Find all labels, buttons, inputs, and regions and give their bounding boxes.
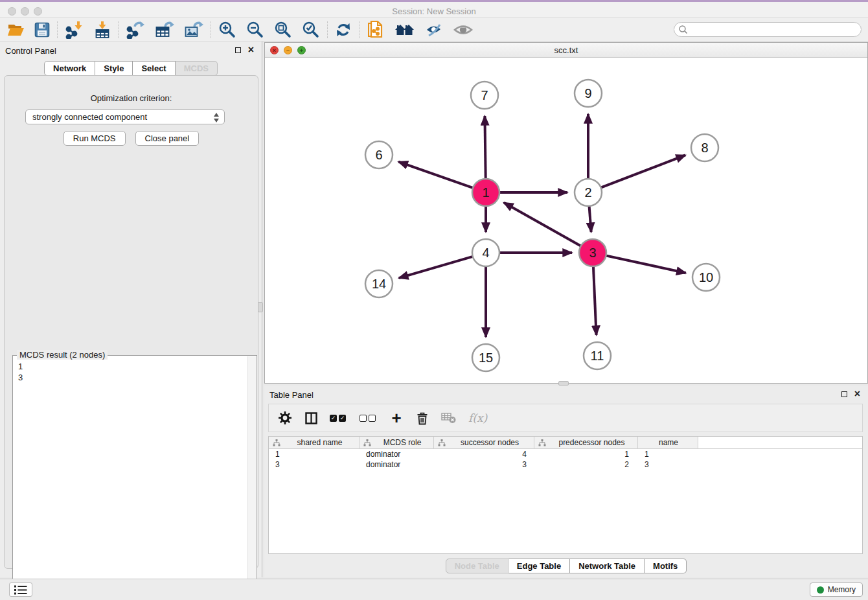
run-mcds-button[interactable]: Run MCDS — [63, 131, 126, 146]
graph-edge-2-8[interactable] — [591, 155, 685, 191]
search-box[interactable] — [674, 22, 862, 37]
float-panel-icon[interactable] — [235, 47, 241, 53]
mcds-result-line: 3 — [18, 372, 257, 383]
graph-edge-1-6[interactable] — [398, 162, 483, 192]
table-header-row: shared name MCDS role successor nodes pr… — [269, 437, 862, 449]
select-value: strongly connected component — [32, 112, 147, 122]
graph-node-label: 7 — [481, 88, 488, 102]
graph-edge-3-1[interactable] — [504, 203, 591, 251]
network-view-title: scc.txt — [265, 45, 867, 55]
table-row[interactable]: 1 dominator 4 1 1 — [269, 449, 862, 459]
import-table-icon[interactable] — [94, 21, 111, 39]
float-table-panel-icon[interactable] — [841, 391, 847, 397]
application-window: Session: New Session — [0, 0, 868, 600]
import-network-icon[interactable] — [65, 21, 84, 39]
optimization-criterion-select[interactable]: strongly connected component — [25, 110, 225, 124]
column-header-name[interactable]: name — [638, 437, 698, 448]
search-input[interactable] — [689, 24, 861, 36]
mcds-panel: Optimization criterion: strongly connect… — [4, 75, 258, 569]
tab-network[interactable]: Network — [44, 61, 95, 76]
column-panel-icon[interactable] — [304, 412, 318, 424]
vertical-splitter-grip[interactable] — [258, 302, 263, 312]
main-toolbar — [0, 18, 868, 41]
save-session-icon[interactable] — [34, 22, 50, 38]
column-header-predecessor-nodes[interactable]: predecessor nodes — [534, 437, 638, 448]
table-row[interactable]: 3 dominator 3 2 3 — [269, 459, 862, 470]
memory-label: Memory — [828, 585, 856, 594]
tab-network-table[interactable]: Network Table — [570, 559, 645, 573]
export-image-icon[interactable] — [184, 21, 203, 39]
graph-node-label: 11 — [591, 349, 604, 363]
zoom-in-icon[interactable] — [218, 21, 236, 38]
mcds-result-title: MCDS result (2 nodes) — [17, 350, 108, 360]
graph-node-label: 6 — [375, 148, 382, 162]
graph-edge-3-10[interactable] — [595, 253, 686, 273]
open-file-icon[interactable] — [7, 22, 25, 38]
tab-select[interactable]: Select — [133, 61, 175, 76]
graph-node-label: 8 — [701, 141, 708, 155]
result-scrollbar[interactable] — [247, 356, 256, 598]
column-header-successor-nodes[interactable]: successor nodes — [434, 437, 534, 448]
horizontal-splitter-grip[interactable] — [558, 381, 569, 386]
status-bar: Memory — [0, 579, 868, 600]
zoom-fit-icon[interactable] — [274, 21, 292, 38]
tab-mcds[interactable]: MCDS — [176, 61, 218, 76]
table-toolbar: ✓✓ + — [268, 404, 863, 432]
title-bar: Session: New Session — [0, 0, 868, 18]
table-panel-title: Table Panel — [269, 390, 314, 400]
export-table-icon[interactable] — [155, 21, 174, 39]
list-icon — [14, 585, 27, 595]
deselect-all-icon[interactable] — [360, 415, 378, 422]
network-window-titlebar[interactable]: × − + scc.txt — [265, 43, 867, 58]
close-panel-icon[interactable]: × — [248, 43, 254, 56]
close-panel-button[interactable]: Close panel — [135, 131, 200, 146]
attribute-icon — [538, 439, 546, 446]
graph-node-label: 14 — [372, 277, 386, 291]
close-table-panel-icon[interactable]: × — [854, 387, 860, 400]
refresh-view-icon[interactable] — [335, 22, 352, 38]
level-of-detail-eye-icon[interactable] — [453, 23, 474, 37]
column-header-mcds-role[interactable]: MCDS role — [360, 437, 434, 448]
delete-table-icon[interactable] — [441, 412, 457, 424]
zoom-out-icon[interactable] — [246, 21, 264, 38]
hide-selection-eye-icon[interactable] — [425, 22, 443, 38]
export-network-icon[interactable] — [126, 21, 145, 39]
delete-row-trash-icon[interactable] — [415, 411, 429, 425]
zoom-selected-icon[interactable] — [302, 21, 320, 38]
attribute-icon — [363, 439, 371, 446]
graph-node-label: 2 — [584, 185, 591, 200]
attribute-icon — [273, 439, 280, 446]
graph-node-label: 10 — [699, 270, 713, 284]
graph-edge-3-11[interactable] — [593, 255, 596, 335]
table-settings-gear-icon[interactable] — [278, 411, 292, 425]
node-table: shared name MCDS role successor nodes pr… — [268, 436, 863, 554]
graph-node-label: 4 — [482, 246, 489, 260]
task-history-button[interactable] — [9, 583, 32, 597]
control-panel: Control Panel × Network Style Select MCD… — [0, 41, 262, 577]
function-builder-icon[interactable]: f(x) — [468, 411, 487, 424]
tab-edge-table[interactable]: Edge Table — [508, 559, 570, 573]
tab-motifs[interactable]: Motifs — [645, 559, 687, 573]
network-graph[interactable]: 1234678910111415 — [265, 58, 867, 383]
new-network-from-selection-icon[interactable] — [367, 20, 385, 40]
graph-node-label: 15 — [479, 351, 493, 365]
control-panel-title: Control Panel — [5, 46, 56, 56]
reset-home-icon[interactable] — [394, 22, 415, 38]
header-filler — [698, 437, 862, 448]
graph-node-label: 9 — [584, 86, 591, 100]
memory-button[interactable]: Memory — [810, 583, 863, 597]
table-tabs: Node Table Edge Table Network Table Moti… — [264, 559, 868, 573]
window-title: Session: New Session — [0, 6, 868, 16]
select-stepper-icon — [213, 113, 220, 122]
tab-style[interactable]: Style — [95, 61, 133, 76]
add-row-icon[interactable]: + — [389, 411, 404, 425]
select-all-icon[interactable]: ✓✓ — [330, 415, 348, 422]
memory-status-icon — [817, 586, 824, 594]
graph-node-label: 3 — [589, 246, 596, 260]
graph-edge-4-14[interactable] — [399, 253, 483, 278]
graph-node-label: 1 — [482, 185, 489, 200]
mcds-result-box: MCDS result (2 nodes) 1 3 — [12, 355, 257, 599]
optimization-criterion-label: Optimization criterion: — [5, 93, 258, 103]
column-header-shared-name[interactable]: shared name — [269, 437, 360, 448]
tab-node-table[interactable]: Node Table — [446, 559, 508, 573]
